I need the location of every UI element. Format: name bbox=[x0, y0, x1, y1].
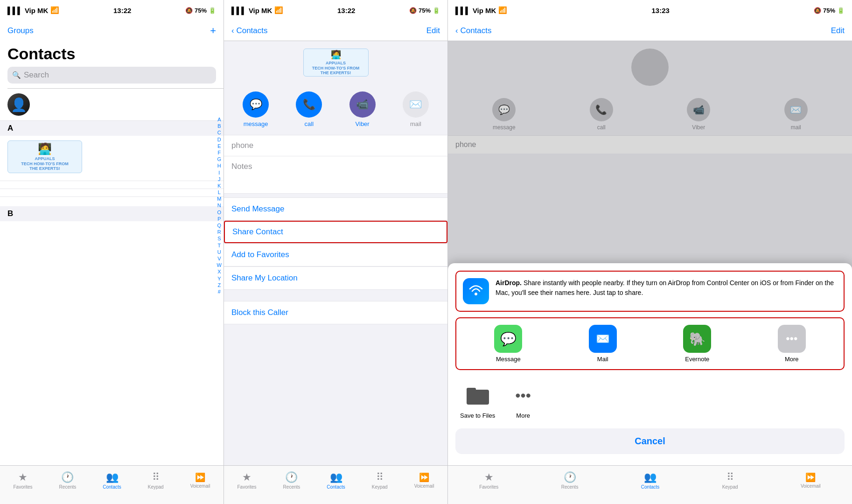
battery-area-1: 🔕 75% 🔋 bbox=[185, 7, 216, 14]
contact-menu-2: Send Message Share Contact Add to Favori… bbox=[224, 197, 447, 324]
call-circle-2: 📞 bbox=[296, 91, 322, 118]
nav-bar-2: ‹ Contacts Edit bbox=[224, 21, 447, 41]
more-options[interactable]: ••• More bbox=[509, 381, 537, 419]
tab-label-fav-2: Favorites bbox=[237, 484, 256, 490]
svg-rect-2 bbox=[467, 388, 476, 392]
block-caller-row[interactable]: Block this Caller bbox=[224, 301, 447, 324]
status-bar-2: ▌▌▌ Vip MK 📶 13:22 🔕 75% 🔋 bbox=[224, 0, 447, 21]
tab-voicemail-1[interactable]: ⏩ Voicemail bbox=[190, 472, 210, 489]
app-mail[interactable]: ✉️ Mail bbox=[589, 325, 617, 363]
action-message-2[interactable]: 💬 message bbox=[243, 91, 269, 127]
app-more[interactable]: ••• More bbox=[778, 325, 806, 363]
tab-favorites-1[interactable]: ★ Favorites bbox=[13, 471, 32, 490]
tab-keypad-1[interactable]: ⠿ Keypad bbox=[148, 471, 164, 490]
airdrop-title: AirDrop. bbox=[496, 279, 522, 287]
chevron-left-icon-2: ‹ bbox=[231, 26, 234, 35]
divider-contacts bbox=[0, 181, 223, 181]
tab-recents-1[interactable]: 🕐 Recents bbox=[59, 471, 77, 490]
tab-contacts-1[interactable]: 👥 Contacts bbox=[103, 471, 121, 490]
contacts-title: Contacts bbox=[0, 41, 223, 67]
keypad-icon-1: ⠿ bbox=[152, 471, 160, 483]
more-dots-icon: ••• bbox=[509, 381, 537, 409]
contact-row-appuals[interactable]: 🧑‍💻 APPUALSTECH HOW-TO'S FROMTHE EXPERTS… bbox=[0, 136, 223, 178]
nav-bar-3: ‹ Contacts Edit bbox=[448, 21, 852, 41]
tab-label-rec-2: Recents bbox=[283, 484, 300, 490]
contacts-icon-2: 👥 bbox=[330, 471, 342, 483]
tab-favorites-3[interactable]: ★ Favorites bbox=[479, 471, 498, 490]
tab-contacts-3[interactable]: 👥 Contacts bbox=[641, 471, 659, 490]
share-location-row[interactable]: Share My Location bbox=[224, 266, 447, 290]
add-contact-button[interactable]: + bbox=[210, 25, 216, 37]
wifi-icon-2: 📶 bbox=[274, 6, 283, 14]
app-messages[interactable]: 💬 Message bbox=[494, 325, 522, 363]
airdrop-text-block: AirDrop. Share instantly with people nea… bbox=[496, 278, 837, 298]
tab-recents-2[interactable]: 🕐 Recents bbox=[283, 471, 300, 490]
app-row: 💬 Message ✉️ Mail 🐘 Evernote ••• More bbox=[455, 317, 845, 370]
cancel-button[interactable]: Cancel bbox=[455, 428, 845, 454]
tab-label-con-2: Contacts bbox=[327, 484, 345, 490]
more-options-label: More bbox=[516, 412, 530, 419]
edit-button-3[interactable]: Edit bbox=[831, 26, 845, 35]
tab-keypad-2[interactable]: ⠿ Keypad bbox=[372, 471, 388, 490]
tab-label-voicemail-1: Voicemail bbox=[190, 483, 210, 489]
action-mail-2[interactable]: ✉️ mail bbox=[403, 91, 429, 127]
wifi-icon-1: 📶 bbox=[50, 6, 59, 14]
ring-icon-2: 🔕 bbox=[409, 7, 417, 14]
search-placeholder: Search bbox=[24, 70, 49, 80]
panel-share-sheet: ▌▌▌ Vip MK 📶 13:23 🔕 75% 🔋 ‹ Contacts Ed… bbox=[448, 0, 852, 504]
signal-icon-1: ▌▌▌ bbox=[7, 7, 22, 14]
section-header-b: B bbox=[0, 206, 223, 221]
contact-row-avatar[interactable]: 👤 bbox=[0, 89, 223, 121]
more-app-icon: ••• bbox=[778, 325, 806, 353]
action-call-2[interactable]: 📞 call bbox=[296, 91, 322, 127]
save-files-label: Save to Files bbox=[460, 412, 495, 419]
share-contact-row[interactable]: Share Contact bbox=[224, 221, 447, 243]
voicemail-icon-1: ⏩ bbox=[195, 472, 205, 483]
tab-contacts-2[interactable]: 👥 Contacts bbox=[327, 471, 345, 490]
carrier-1: ▌▌▌ Vip MK 📶 bbox=[7, 6, 59, 14]
mail-circle-2: ✉️ bbox=[403, 91, 429, 118]
signal-icon-3: ▌▌▌ bbox=[455, 7, 470, 14]
svg-point-0 bbox=[475, 293, 477, 295]
tab-voicemail-2[interactable]: ⏩ Voicemail bbox=[414, 472, 434, 489]
tab-favorites-2[interactable]: ★ Favorites bbox=[237, 471, 256, 490]
divider-contacts-3 bbox=[0, 196, 223, 197]
favorites-icon-3: ★ bbox=[484, 471, 494, 483]
carrier-2: ▌▌▌ Vip MK 📶 bbox=[231, 6, 283, 14]
battery-pct-1: 75% bbox=[195, 7, 207, 14]
back-button-2[interactable]: ‹ Contacts bbox=[231, 26, 268, 35]
search-bar[interactable]: 🔍 Search bbox=[7, 67, 216, 84]
app-evernote[interactable]: 🐘 Evernote bbox=[683, 325, 711, 363]
add-favorites-row[interactable]: Add to Favorites bbox=[224, 243, 447, 266]
action-buttons-2: 💬 message 📞 call 📹 Viber ✉️ mail bbox=[224, 84, 447, 135]
messages-app-label: Message bbox=[496, 356, 521, 363]
favorites-icon-1: ★ bbox=[18, 471, 28, 483]
divider-contacts-2 bbox=[0, 189, 223, 189]
voicemail-icon-3: ⏩ bbox=[805, 472, 816, 483]
tab-recents-3[interactable]: 🕐 Recents bbox=[561, 471, 579, 490]
back-button-3[interactable]: ‹ Contacts bbox=[455, 26, 492, 35]
tab-keypad-3[interactable]: ⠿ Keypad bbox=[722, 471, 738, 490]
tab-label-con-3: Contacts bbox=[641, 484, 659, 490]
action-message-label-2: message bbox=[244, 120, 268, 127]
share-sheet: AirDrop. Share instantly with people nea… bbox=[448, 263, 852, 465]
groups-button[interactable]: Groups bbox=[7, 26, 34, 35]
ring-icon-3: 🔕 bbox=[814, 7, 821, 14]
phone-row-2: phone bbox=[224, 135, 447, 156]
action-viber-2[interactable]: 📹 Viber bbox=[349, 91, 376, 127]
ring-icon-1: 🔕 bbox=[185, 7, 193, 14]
mail-app-icon: ✉️ bbox=[589, 325, 617, 353]
time-1: 13:22 bbox=[113, 7, 131, 14]
send-message-row[interactable]: Send Message bbox=[224, 197, 447, 221]
airdrop-section[interactable]: AirDrop. Share instantly with people nea… bbox=[455, 271, 845, 312]
tab-label-fav-3: Favorites bbox=[479, 484, 498, 490]
battery-icon-3: 🔋 bbox=[837, 7, 845, 14]
tab-voicemail-3[interactable]: ⏩ Voicemail bbox=[801, 472, 821, 489]
edit-button-2[interactable]: Edit bbox=[426, 26, 440, 35]
save-to-files[interactable]: Save to Files bbox=[460, 381, 495, 419]
tab-label-key-2: Keypad bbox=[372, 484, 388, 490]
panel-contacts-list: ▌▌▌ Vip MK 📶 13:22 🔕 75% 🔋 Groups + Cont… bbox=[0, 0, 224, 504]
status-bar-1: ▌▌▌ Vip MK 📶 13:22 🔕 75% 🔋 bbox=[0, 0, 223, 21]
tab-label-rec-3: Recents bbox=[561, 484, 579, 490]
time-2: 13:22 bbox=[337, 7, 355, 14]
